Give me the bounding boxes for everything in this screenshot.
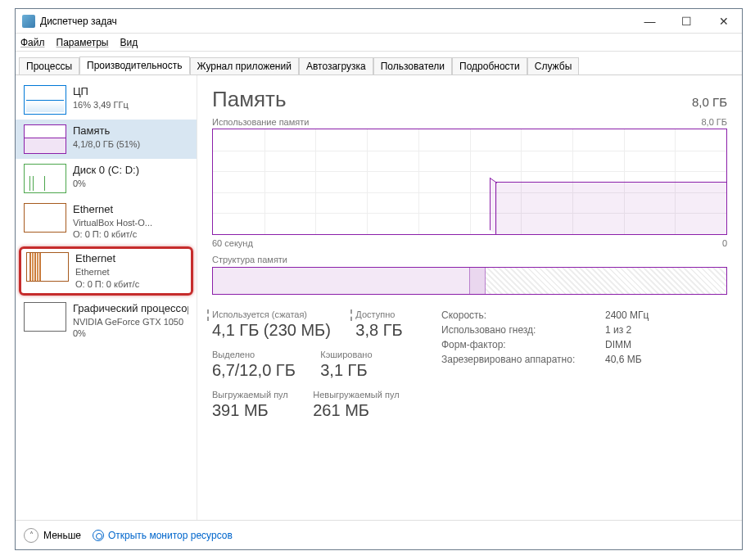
titlebar[interactable]: Диспетчер задач — ☐ ✕ — [16, 9, 742, 34]
memory-label: Память — [73, 124, 140, 138]
stat-used-label: Используется (сжатая) — [207, 309, 331, 321]
cpu-label: ЦП — [73, 85, 129, 99]
ethernet1-label: Ethernet — [73, 203, 152, 217]
open-resource-monitor-link[interactable]: Открыть монитор ресурсов — [93, 530, 233, 541]
memory-thumb-chart — [24, 124, 66, 154]
info-slots-val: 1 из 2 — [605, 324, 631, 336]
stat-used-value: 4,1 ГБ (230 МБ) — [212, 321, 331, 340]
cpu-thumb-chart — [24, 85, 66, 115]
tab-app-history[interactable]: Журнал приложений — [190, 57, 299, 75]
stat-cached-value: 3,1 ГБ — [320, 361, 372, 380]
info-form-val: DIMM — [605, 339, 631, 350]
ethernet2-rate: О: 0 П: 0 кбит/с — [75, 278, 139, 290]
ethernet1-adapter: VirtualBox Host-O... — [73, 217, 152, 228]
stat-cached-label: Кэшировано — [320, 350, 372, 361]
task-manager-window: Диспетчер задач — ☐ ✕ Файл Параметры Вид… — [15, 8, 743, 550]
footer-bar: ˄ Меньше Открыть монитор ресурсов — [16, 520, 742, 549]
close-button[interactable]: ✕ — [705, 9, 742, 33]
sidebar-item-disk0[interactable]: Диск 0 (C: D:) 0% — [16, 159, 197, 198]
memory-total: 8,0 ГБ — [692, 95, 727, 109]
ethernet1-rate: О: 0 П: 0 кбит/с — [73, 228, 152, 240]
sidebar-item-memory[interactable]: Память 4,1/8,0 ГБ (51%) — [16, 120, 197, 159]
chart-y-max: 8,0 ГБ — [701, 117, 727, 127]
disk-label: Диск 0 (C: D:) — [73, 164, 139, 178]
info-form-key: Форм-фактор: — [441, 339, 605, 350]
chart-x-right: 0 — [722, 238, 727, 248]
memory-usage-chart[interactable] — [212, 129, 727, 235]
memory-detail-pane: Память 8,0 ГБ Использование памяти 8,0 Г… — [197, 75, 742, 520]
disk-sub: 0% — [73, 178, 139, 189]
cpu-sub: 16% 3,49 ГГц — [73, 99, 129, 111]
sidebar-item-ethernet[interactable]: Ethernet Ethernet О: 0 П: 0 кбит/с — [19, 246, 193, 295]
gpu-label: Графический процессор — [73, 302, 188, 316]
tab-users[interactable]: Пользователи — [373, 57, 452, 75]
maximize-button[interactable]: ☐ — [668, 9, 705, 33]
page-title: Память — [212, 87, 287, 112]
info-hwres-val: 40,6 МБ — [605, 354, 642, 365]
info-hwres-key: Зарезервировано аппаратно: — [441, 354, 605, 365]
ethernet2-thumb-chart — [26, 252, 69, 282]
resource-monitor-icon — [93, 530, 104, 541]
sidebar-item-gpu[interactable]: Графический процессор NVIDIA GeForce GTX… — [16, 297, 197, 344]
resource-monitor-label: Открыть монитор ресурсов — [108, 530, 233, 541]
content-area: ЦП 16% 3,49 ГГц Память 4,1/8,0 ГБ (51%) … — [16, 75, 742, 520]
chart-usage-label: Использование памяти — [212, 117, 309, 127]
stat-paged-label: Выгружаемый пул — [212, 390, 288, 401]
fewer-details-label: Меньше — [43, 530, 81, 541]
memory-seg-free — [486, 268, 726, 294]
stat-commit-label: Выделено — [212, 350, 296, 361]
memory-seg-used — [213, 268, 470, 294]
tab-services[interactable]: Службы — [527, 57, 579, 75]
gpu-thumb-chart — [24, 302, 66, 332]
tab-details[interactable]: Подробности — [452, 57, 527, 75]
chart-x-left: 60 секунд — [212, 238, 253, 248]
tab-processes[interactable]: Процессы — [19, 57, 79, 75]
minimize-button[interactable]: — — [631, 9, 668, 33]
tab-performance[interactable]: Производительность — [79, 56, 189, 75]
memory-structure-label: Структура памяти — [212, 255, 727, 264]
stat-avail-label: Доступно — [350, 309, 402, 321]
fewer-details-button[interactable]: ˄ Меньше — [24, 528, 81, 543]
memory-seg-cached — [470, 268, 486, 294]
stat-nonpaged-value: 261 МБ — [313, 401, 399, 420]
info-slots-key: Использовано гнезд: — [441, 324, 605, 336]
stat-paged-value: 391 МБ — [212, 401, 288, 420]
stat-commit-value: 6,7/12,0 ГБ — [212, 361, 296, 380]
chevron-up-icon: ˄ — [24, 528, 38, 543]
memory-structure-bar[interactable] — [212, 267, 727, 295]
menu-file[interactable]: Файл — [20, 37, 45, 48]
info-speed-key: Скорость: — [441, 309, 605, 321]
ethernet1-thumb-chart — [24, 203, 66, 233]
menu-options[interactable]: Параметры — [57, 37, 109, 48]
stat-avail-value: 3,8 ГБ — [355, 321, 402, 340]
menubar: Файл Параметры Вид — [16, 34, 742, 52]
gpu-usage: 0% — [73, 327, 188, 339]
ethernet2-adapter: Ethernet — [75, 266, 139, 278]
tab-startup[interactable]: Автозагрузка — [299, 57, 373, 75]
app-icon — [22, 15, 35, 28]
tabbar: Процессы Производительность Журнал прило… — [16, 53, 742, 75]
ethernet2-label: Ethernet — [75, 252, 139, 266]
memory-stats: Используется (сжатая) 4,1 ГБ (230 МБ) До… — [212, 309, 727, 430]
menu-view[interactable]: Вид — [120, 37, 138, 48]
stat-nonpaged-label: Невыгружаемый пул — [313, 390, 399, 401]
disk-thumb-chart — [24, 164, 66, 193]
sidebar-item-ethernet-vbox[interactable]: Ethernet VirtualBox Host-O... О: 0 П: 0 … — [16, 198, 197, 245]
performance-sidebar: ЦП 16% 3,49 ГГц Память 4,1/8,0 ГБ (51%) … — [16, 75, 197, 520]
memory-sub: 4,1/8,0 ГБ (51%) — [73, 138, 140, 150]
window-title: Диспетчер задач — [40, 16, 631, 27]
sidebar-item-cpu[interactable]: ЦП 16% 3,49 ГГц — [16, 80, 197, 120]
gpu-model: NVIDIA GeForce GTX 1050 — [73, 316, 188, 327]
info-speed-val: 2400 МГц — [605, 309, 649, 321]
